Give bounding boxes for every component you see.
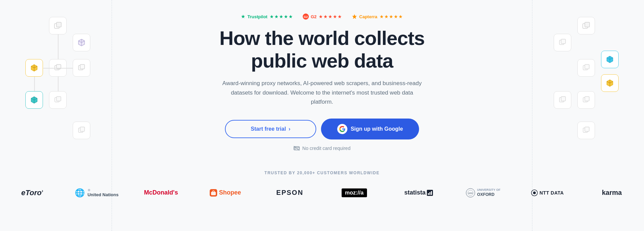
shopee-text: Shopee (210, 189, 241, 197)
statista-text: statista (404, 189, 433, 196)
g2-badge: G2 G2 ★★★★★ (303, 14, 342, 20)
headline-line1: How the world collects (220, 27, 424, 49)
svg-text:G2: G2 (304, 15, 308, 19)
statista-chart-icon (427, 190, 433, 196)
logo-mozilla: moz://a (322, 183, 386, 203)
shopee-icon (210, 189, 217, 197)
nttdata-text: NTT DATA (531, 189, 564, 196)
un-label: United Nations (88, 192, 119, 198)
capterra-badge: Capterra ★★★★★ (352, 14, 403, 19)
svg-point-39 (533, 191, 536, 194)
logo-etoro: eToro› (0, 183, 64, 203)
review-badges: ★ Trustpilot ★★★★★ G2 G2 ★★★★★ Capterra … (241, 14, 403, 20)
etoro-text: eToro› (21, 188, 43, 197)
trial-label: Start free trial (251, 126, 286, 132)
logo-epson: EPSON (258, 183, 322, 203)
g2-stars: ★★★★★ (319, 14, 342, 19)
subheadline: Award-winning proxy networks, AI-powered… (221, 79, 423, 106)
logo-statista: statista (386, 183, 451, 203)
google-signup-button[interactable]: Sign up with Google (321, 119, 419, 139)
svg-rect-30 (211, 192, 216, 195)
svg-rect-33 (430, 192, 431, 195)
logo-karma: karma (580, 183, 644, 203)
g2-label: G2 (311, 14, 317, 19)
google-icon (337, 124, 347, 134)
capterra-icon (352, 14, 357, 19)
karma-text: karma (602, 189, 622, 197)
trustpilot-badge: ★ Trustpilot ★★★★★ (241, 14, 293, 20)
mozilla-text: moz://a (342, 188, 367, 197)
epson-text: EPSON (276, 189, 303, 197)
capterra-label: Capterra (359, 14, 377, 19)
un-globe-icon: 🌐 (75, 188, 85, 198)
ntt-icon (531, 189, 538, 196)
trustpilot-star-icon: ★ (241, 14, 245, 20)
no-credit-label: No credit card required (302, 146, 350, 151)
svg-rect-32 (428, 193, 429, 195)
logo-oxford: UOX UNIVERSITY OF OXFORD (451, 183, 515, 203)
trustpilot-label: Trustpilot (247, 14, 267, 19)
main-content: ★ Trustpilot ★★★★★ G2 G2 ★★★★★ Capterra … (0, 0, 644, 203)
capterra-stars: ★★★★★ (380, 14, 403, 19)
page-wrapper: ★ Trustpilot ★★★★★ G2 G2 ★★★★★ Capterra … (0, 0, 644, 231)
main-headline: How the world collects public web data (220, 27, 424, 72)
svg-rect-34 (431, 191, 432, 195)
start-trial-button[interactable]: Start free trial › (225, 120, 316, 138)
g2-icon: G2 (303, 14, 309, 20)
google-label: Sign up with Google (351, 126, 403, 132)
trusted-section: TRUSTED BY 20,000+ CUSTOMERS WORLDWIDE e… (0, 167, 644, 203)
credit-card-icon (294, 146, 300, 151)
logo-shopee: Shopee (193, 183, 257, 203)
cta-buttons: Start free trial › Sign up with Google (225, 119, 419, 139)
logo-mcdonalds: McDonald's (129, 183, 193, 203)
no-credit-notice: No credit card required (294, 146, 350, 151)
svg-text:UOX: UOX (468, 192, 473, 194)
logo-strip: eToro› 🌐 ⊕ United Nations McDonald's (0, 183, 644, 203)
trustpilot-stars: ★★★★★ (270, 14, 293, 19)
oxford-seal-icon: UOX (466, 188, 475, 198)
svg-marker-24 (352, 14, 357, 19)
logo-united-nations: 🌐 ⊕ United Nations (64, 183, 129, 203)
headline-line2: public web data (251, 50, 393, 72)
chevron-right-icon: › (289, 126, 290, 132)
logo-nttdata: NTT DATA (515, 183, 579, 203)
mcdonalds-text: McDonald's (144, 189, 178, 196)
trusted-label: TRUSTED BY 20,000+ CUSTOMERS WORLDWIDE (264, 171, 380, 175)
